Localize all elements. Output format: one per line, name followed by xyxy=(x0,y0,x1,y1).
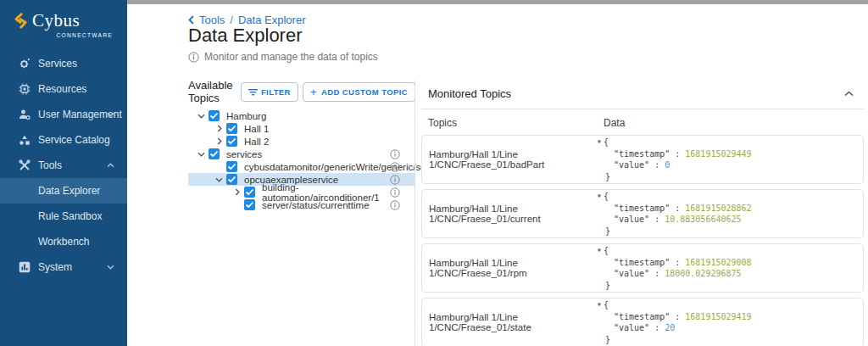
sidebar-item-label: System xyxy=(38,261,72,273)
chart-icon xyxy=(18,261,31,274)
collapse-json-icon[interactable]: ▼ xyxy=(598,245,601,257)
plus-icon: + xyxy=(310,86,317,98)
brand-name: Cybus xyxy=(32,10,80,31)
tree-item-label: cybusdatamonitor/genericWrite/generic/se… xyxy=(244,162,429,172)
main-content: Tools / Data Explorer Data Explorer Moni… xyxy=(127,0,868,346)
collapse-json-icon[interactable]: ▼ xyxy=(598,191,601,203)
sidebar-item-label: Services xyxy=(38,58,77,70)
caret-down-icon[interactable] xyxy=(197,111,206,120)
sidebar-item-label: Rule Sandbox xyxy=(38,210,102,222)
chip-icon xyxy=(18,83,31,96)
caret-down-icon[interactable] xyxy=(214,175,224,184)
user-icon xyxy=(18,109,31,121)
chevron-down-icon xyxy=(107,265,114,270)
topic-data-json: ▼{"timestamp" : 1681915029419"value" : 2… xyxy=(598,299,752,345)
topic-checkbox[interactable] xyxy=(226,136,237,147)
filter-button[interactable]: FILTER xyxy=(241,82,298,102)
tree-item-label: Hamburg xyxy=(226,111,266,121)
topic-info-icon[interactable] xyxy=(390,149,400,159)
sidebar-item-label: Data Explorer xyxy=(38,185,100,197)
collapse-json-icon[interactable]: ▼ xyxy=(598,137,601,148)
filter-icon xyxy=(248,88,258,96)
collapse-panel-chevron-up-icon[interactable] xyxy=(844,91,854,97)
horizontal-scrollbar[interactable] xyxy=(127,0,868,4)
monitored-topics-list: Hamburg/Hall 1/Line 1/CNC/Fraese_01/badP… xyxy=(421,135,864,346)
sidebar-item-user-management[interactable]: User Management xyxy=(0,102,127,127)
sidebar-item-rule-sandbox[interactable]: Rule Sandbox xyxy=(0,204,127,229)
topic-checkbox[interactable] xyxy=(209,110,220,121)
tools-icon xyxy=(18,159,31,172)
add-custom-topic-button[interactable]: + ADD CUSTOM TOPIC xyxy=(303,82,415,102)
available-topics-panel: Available Topics FILTER + ADD CUSTOM TOP… xyxy=(188,81,415,211)
topic-data-json: ▼{"timestamp" : 1681915029449"value" : 0… xyxy=(598,137,752,182)
sidebar-item-workbench[interactable]: Workbench xyxy=(0,229,127,254)
tree-item-hamburg[interactable]: Hamburg xyxy=(188,109,415,122)
page-title: Data Explorer xyxy=(188,25,303,47)
brand-subtitle: CONNECTWARE xyxy=(14,32,113,38)
topic-info-icon[interactable] xyxy=(390,187,400,198)
sidebar-item-label: Resources xyxy=(38,83,86,95)
tree-item-building-automation-airconditioner-1[interactable]: building-automation/airconditioner/1 xyxy=(188,186,415,198)
topic-data-json: ▼{"timestamp" : 1681915029008"value" : 1… xyxy=(598,245,752,291)
topic-checkbox[interactable] xyxy=(244,199,255,210)
tree-item-label: services xyxy=(226,149,262,159)
monitored-topics-header: Monitored Topics xyxy=(421,81,864,109)
tree-item-hall-2[interactable]: Hall 2 xyxy=(188,135,415,148)
topic-checkbox[interactable] xyxy=(244,187,255,198)
available-topics-header: Available Topics FILTER + ADD CUSTOM TOP… xyxy=(188,81,415,102)
page-subtitle: Monitor and manage the data of topics xyxy=(204,51,378,63)
sidebar-item-data-explorer[interactable]: Data Explorer xyxy=(0,178,127,204)
sidebar-item-service-catalog[interactable]: Service Catalog xyxy=(0,127,127,153)
tree-item-server-status-currenttime[interactable]: server/status/currenttime xyxy=(188,198,415,211)
sidebar-item-tools[interactable]: Tools xyxy=(0,153,127,178)
chevron-down-icon xyxy=(107,112,114,117)
monitored-topic-row: Hamburg/Hall 1/Line 1/CNC/Fraese_01/rpm▼… xyxy=(421,243,864,293)
caret-down-icon[interactable] xyxy=(197,149,206,159)
topic-path: Hamburg/Hall 1/Line 1/CNC/Fraese_01/curr… xyxy=(422,204,598,224)
sidebar-item-services[interactable]: Services xyxy=(0,51,127,76)
sidebar-item-label: Workbench xyxy=(38,236,89,248)
caret-right-icon[interactable] xyxy=(214,137,224,146)
sidebar: Cybus CONNECTWARE ServicesResourcesUser … xyxy=(0,0,127,346)
sidebar-item-label: Tools xyxy=(38,159,62,171)
tree-item-label: Hall 2 xyxy=(244,137,269,147)
caret-right-icon[interactable] xyxy=(214,124,224,133)
monitored-topic-row: Hamburg/Hall 1/Line 1/CNC/Fraese_01/badP… xyxy=(421,135,864,184)
app-window: Cybus CONNECTWARE ServicesResourcesUser … xyxy=(0,0,868,346)
add-custom-topic-label: ADD CUSTOM TOPIC xyxy=(321,87,408,97)
sidebar-item-system[interactable]: System xyxy=(0,254,127,280)
topics-tree: HamburgHall 1Hall 2servicescybusdatamoni… xyxy=(188,109,415,211)
tree-item-cybusdatamonitor-genericwrite-generic-set[interactable]: cybusdatamonitor/genericWrite/generic/se… xyxy=(188,160,415,173)
column-header-data: Data xyxy=(604,117,625,129)
brand-logo: Cybus CONNECTWARE xyxy=(14,10,113,38)
info-icon xyxy=(188,52,199,63)
gear-icon xyxy=(18,58,31,70)
sidebar-item-label: Service Catalog xyxy=(38,134,110,146)
tree-item-services[interactable]: services xyxy=(188,148,415,160)
column-header-topics: Topics xyxy=(428,117,604,129)
monitored-topics-column-headers: Topics Data xyxy=(421,109,864,135)
catalog-icon xyxy=(18,134,31,147)
collapse-json-icon[interactable]: ▼ xyxy=(598,299,601,311)
topic-checkbox[interactable] xyxy=(226,161,237,172)
topic-path: Hamburg/Hall 1/Line 1/CNC/Fraese_01/rpm xyxy=(422,258,598,278)
panel-divider xyxy=(415,81,415,346)
topic-checkbox[interactable] xyxy=(226,123,237,134)
monitored-topics-title: Monitored Topics xyxy=(428,87,511,100)
back-chevron-icon[interactable] xyxy=(188,15,194,25)
monitored-topics-panel: Monitored Topics Topics Data Hamburg/Hal… xyxy=(421,81,864,346)
topic-path: Hamburg/Hall 1/Line 1/CNC/Fraese_01/stat… xyxy=(422,312,598,332)
tree-item-hall-1[interactable]: Hall 1 xyxy=(188,122,415,135)
topic-checkbox[interactable] xyxy=(226,174,237,185)
topic-info-icon[interactable] xyxy=(390,162,400,172)
cybus-logo-icon xyxy=(14,13,27,29)
topic-info-icon[interactable] xyxy=(390,200,400,210)
topic-checkbox[interactable] xyxy=(209,148,220,159)
monitored-topic-row: Hamburg/Hall 1/Line 1/CNC/Fraese_01/curr… xyxy=(421,189,864,238)
sidebar-item-resources[interactable]: Resources xyxy=(0,76,127,102)
tree-item-label: server/status/currenttime xyxy=(262,200,370,210)
caret-right-icon[interactable] xyxy=(232,187,242,197)
topic-data-json: ▼{"timestamp" : 1681915028862"value" : 1… xyxy=(598,191,752,237)
topic-path: Hamburg/Hall 1/Line 1/CNC/Fraese_01/badP… xyxy=(422,149,598,170)
monitored-topic-row: Hamburg/Hall 1/Line 1/CNC/Fraese_01/stat… xyxy=(421,298,864,346)
